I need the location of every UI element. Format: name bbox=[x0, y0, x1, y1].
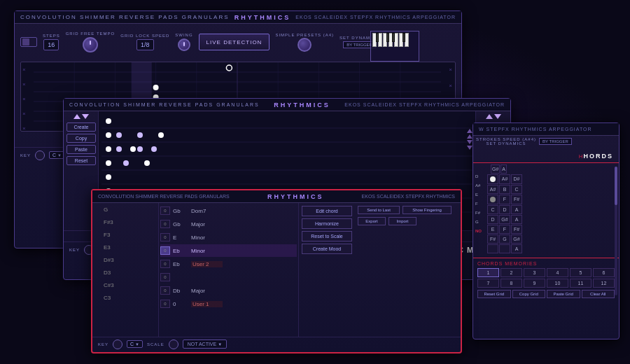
show-finger-button[interactable]: Show Fingering bbox=[402, 206, 451, 214]
note-F#3[interactable]: F#3 bbox=[92, 216, 158, 228]
chord-r4-1[interactable]: C bbox=[487, 205, 498, 214]
svg-point-27 bbox=[106, 132, 111, 138]
live-detect-button[interactable]: LIVE DETECTION bbox=[199, 34, 270, 50]
chord-r2-1[interactable]: A# bbox=[487, 185, 498, 194]
export-front-button[interactable]: Export bbox=[358, 217, 386, 225]
scroll-thumb bbox=[615, 167, 617, 205]
note-D#3[interactable]: D#3 bbox=[92, 253, 158, 266]
mem-1[interactable]: 1 bbox=[477, 268, 499, 277]
chord-header-row: G# A bbox=[487, 164, 617, 174]
chord-A#[interactable]: A# bbox=[499, 174, 510, 184]
memory-action-btns: Reset Grid Copy Grid Paste Grid Clear Al… bbox=[477, 290, 615, 298]
reset-scale-button[interactable]: Reset to Scale bbox=[302, 231, 352, 241]
chord-row-E: 0 Eb Minor bbox=[160, 244, 297, 257]
mem-7[interactable]: 7 bbox=[477, 279, 499, 288]
simple-presets-label: SIMPLE PRESETS (A4) bbox=[275, 33, 334, 37]
x-mark-3: × bbox=[22, 96, 26, 102]
chord-r3-3[interactable]: F# bbox=[511, 195, 522, 204]
chord-dot-1[interactable] bbox=[487, 174, 498, 184]
toggle-switch[interactable] bbox=[20, 37, 37, 47]
paste-button-mid[interactable]: Paste bbox=[66, 145, 96, 154]
set-dyn-label: SET DYNAMICS bbox=[476, 141, 536, 146]
chord-h-blank bbox=[487, 164, 490, 174]
memories-grid: 1 2 3 4 5 6 7 8 9 10 11 12 bbox=[477, 268, 615, 288]
harmonize-button[interactable]: Harmonize bbox=[302, 218, 352, 229]
note-E3[interactable]: E3 bbox=[92, 241, 158, 253]
right-header: W STEPFX RHYTHMICS ARPEGGIATOR bbox=[473, 123, 619, 136]
not-active-front[interactable]: NOT ACTIVE ▼ bbox=[183, 340, 227, 349]
mem-6[interactable]: 6 bbox=[593, 268, 615, 277]
mem-8[interactable]: 8 bbox=[500, 279, 522, 288]
chord-r3-2[interactable]: F bbox=[499, 195, 510, 204]
chord-r7-2[interactable]: G bbox=[499, 234, 510, 244]
chord-r5-1[interactable]: D bbox=[487, 215, 498, 224]
chord-r4-3[interactable]: A bbox=[511, 205, 522, 214]
mem-4[interactable]: 4 bbox=[547, 268, 568, 277]
key-dropdown-front[interactable]: C ▼ bbox=[127, 340, 143, 348]
edit-chord-button[interactable]: Edit chord bbox=[302, 206, 352, 216]
chord-r2-3[interactable]: C bbox=[511, 185, 522, 194]
mem-10[interactable]: 10 bbox=[547, 279, 568, 288]
scroll-indicator[interactable] bbox=[615, 167, 617, 296]
create-mood-button[interactable]: Create Mood bbox=[302, 244, 352, 254]
reset-button-mid[interactable]: Reset bbox=[66, 156, 96, 165]
chord-h-A[interactable]: A bbox=[500, 164, 507, 174]
by-trigger-right[interactable]: BY TRIGGER bbox=[539, 138, 572, 145]
chord-r5-2[interactable]: G# bbox=[499, 215, 510, 224]
note-F3[interactable]: F3 bbox=[92, 228, 158, 241]
key-label-mid: KEY bbox=[69, 248, 80, 252]
swing-knob[interactable] bbox=[178, 38, 190, 51]
svg-point-35 bbox=[116, 132, 122, 138]
key-circle-front[interactable] bbox=[113, 340, 122, 349]
mem-2[interactable]: 2 bbox=[500, 268, 522, 277]
grid-lock-label: GRID LOCK SPEED bbox=[120, 34, 169, 38]
steps-display[interactable]: 16 bbox=[43, 39, 59, 50]
left-F: F bbox=[475, 202, 486, 210]
chord-r2-2[interactable]: B bbox=[499, 185, 510, 194]
mem-5[interactable]: 5 bbox=[570, 268, 592, 277]
vel-down-arrow bbox=[467, 140, 472, 144]
chord-dot-3[interactable] bbox=[487, 195, 498, 204]
mem-12[interactable]: 12 bbox=[593, 279, 615, 288]
import-front-button[interactable]: Import bbox=[388, 217, 416, 225]
key-circle-btn[interactable] bbox=[35, 150, 45, 160]
mem-3[interactable]: 3 bbox=[524, 268, 545, 277]
clear-all-button[interactable]: Clear All bbox=[582, 290, 615, 298]
grid-lock-display[interactable]: 1/8 bbox=[136, 39, 154, 50]
chord-r6-2[interactable]: F bbox=[499, 225, 510, 234]
reset-grid-button[interactable]: Reset Grid bbox=[477, 290, 511, 298]
chord-r8-1[interactable] bbox=[487, 244, 498, 253]
grid-lock-group: GRID LOCK SPEED 1/8 bbox=[120, 34, 169, 50]
chord-r6-1[interactable]: E bbox=[487, 225, 498, 234]
grid-free-knob[interactable] bbox=[83, 37, 98, 52]
vel-down-arrow-2 bbox=[467, 146, 472, 150]
badge-F#: 0 bbox=[160, 220, 170, 228]
chord-D#[interactable]: D# bbox=[511, 174, 522, 184]
chord-r7-3[interactable]: G# bbox=[511, 234, 522, 244]
chord-r7-1[interactable]: F# bbox=[487, 234, 498, 244]
chord-r4-2[interactable]: D bbox=[499, 205, 510, 214]
paste-grid-button[interactable]: Paste Grid bbox=[547, 290, 580, 298]
note-C#3[interactable]: C#3 bbox=[92, 279, 158, 291]
send-last-button[interactable]: Send to Last bbox=[358, 206, 400, 214]
key-black-1 bbox=[376, 33, 379, 42]
scale-circle-front[interactable] bbox=[169, 340, 178, 349]
note-C3[interactable]: C3 bbox=[92, 291, 158, 304]
grid-free-label: GRID FREE TEMPO bbox=[66, 31, 115, 36]
copy-button-mid[interactable]: Copy bbox=[66, 134, 96, 143]
strokes-row: STROKES SPEED (A#4) SET DYNAMICS BY TRIG… bbox=[473, 136, 619, 147]
note-G[interactable]: G bbox=[92, 203, 158, 216]
mem-11[interactable]: 11 bbox=[570, 279, 592, 288]
svg-point-43 bbox=[158, 132, 164, 138]
simple-presets-knob[interactable] bbox=[298, 38, 312, 52]
mem-9[interactable]: 9 bbox=[524, 279, 545, 288]
chord-r8-3[interactable]: A bbox=[511, 244, 522, 253]
chord-r8-2[interactable] bbox=[499, 244, 510, 253]
copy-grid-button[interactable]: Copy Grid bbox=[512, 290, 546, 298]
svg-point-36 bbox=[116, 146, 122, 152]
chord-r6-3[interactable]: F# bbox=[511, 225, 522, 234]
chord-h-G#[interactable]: G# bbox=[491, 164, 500, 174]
chord-r5-3[interactable]: A bbox=[511, 215, 522, 224]
note-D3[interactable]: D3 bbox=[92, 266, 158, 279]
create-button-mid[interactable]: Create bbox=[66, 122, 96, 132]
